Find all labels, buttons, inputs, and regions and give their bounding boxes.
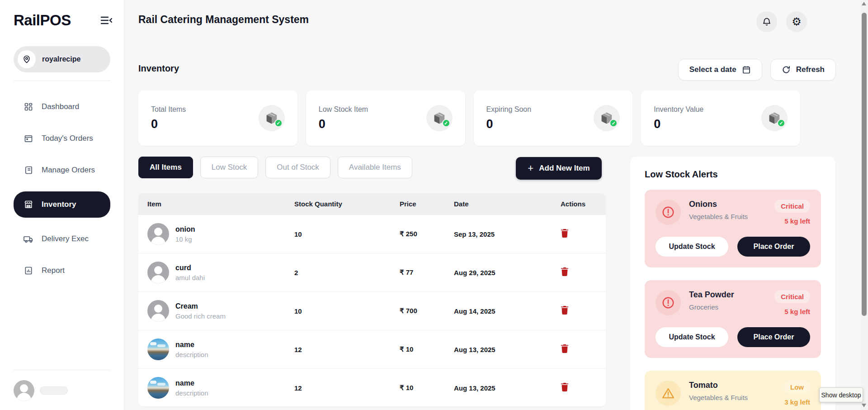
- stock-quantity: 10: [294, 230, 400, 238]
- alert-name: Tea Powder: [689, 290, 734, 300]
- calendar-icon: [24, 134, 33, 143]
- check-badge-icon: ✓: [777, 119, 785, 127]
- price: ₹ 10: [400, 345, 454, 353]
- table-row: onion 10 kg 10 ₹ 250 Sep 13, 2025: [138, 215, 606, 253]
- price: ₹ 700: [400, 307, 454, 315]
- table-row: curd amul dahi 2 ₹ 77 Aug 29, 2025: [138, 253, 606, 291]
- check-badge-icon: ✓: [442, 119, 450, 127]
- sidebar-item-todays-orders[interactable]: Today's Orders: [14, 128, 110, 149]
- add-new-item-button[interactable]: + Add New Item: [516, 157, 602, 180]
- critical-alert-icon: [656, 290, 681, 315]
- scrollbar-thumb[interactable]: [862, 13, 867, 316]
- dashboard-icon: [24, 102, 33, 111]
- select-date-button[interactable]: Select a date: [678, 59, 762, 81]
- alerts-title: Low Stock Alerts: [645, 169, 821, 180]
- stat-label: Low Stock Item: [319, 105, 368, 114]
- stock-quantity: 2: [294, 269, 400, 277]
- sidebar-nav: Dashboard Today's Orders Manage Orders: [14, 96, 110, 281]
- settings-button[interactable]: ⚙: [786, 11, 807, 32]
- price: ₹ 77: [400, 268, 454, 277]
- item-description: 10 kg: [175, 235, 195, 243]
- stat-value: 0: [486, 117, 532, 131]
- delete-button[interactable]: [561, 267, 569, 276]
- date: Sep 13, 2025: [454, 230, 548, 238]
- filters-row: All Items Low Stock Out of Stock Availab…: [138, 157, 412, 178]
- update-stock-button[interactable]: Update Stock: [656, 327, 728, 347]
- item-name: Cream: [175, 302, 226, 310]
- place-order-button[interactable]: Place Order: [737, 237, 810, 257]
- sidebar-item-dashboard[interactable]: Dashboard: [14, 96, 110, 117]
- item-name: curd: [175, 264, 205, 272]
- scrollbar[interactable]: [860, 0, 868, 410]
- sidebar: RailPOS royalrecipe Dashboard: [0, 0, 124, 410]
- user-avatar: [14, 380, 34, 401]
- sidebar-collapse-icon[interactable]: [100, 15, 112, 25]
- outlet-selector[interactable]: royalrecipe: [14, 46, 110, 72]
- filter-out-of-stock[interactable]: Out of Stock: [265, 157, 330, 178]
- item-name: name: [175, 379, 208, 387]
- item-name: onion: [175, 225, 195, 234]
- delete-button[interactable]: [561, 305, 569, 315]
- date: Aug 29, 2025: [454, 269, 548, 277]
- item-description: description: [175, 389, 208, 397]
- date: Aug 13, 2025: [454, 384, 548, 392]
- column-header-date: Date: [454, 200, 548, 208]
- refresh-button[interactable]: Refresh: [770, 59, 836, 81]
- scroll-up-arrow-icon[interactable]: [862, 2, 866, 5]
- stat-value: 0: [151, 117, 186, 131]
- sidebar-item-label: Delivery Exec: [42, 234, 89, 243]
- section-heading: Inventory: [138, 63, 179, 74]
- package-icon: ✓: [594, 105, 620, 131]
- filter-all-items[interactable]: All Items: [138, 157, 193, 178]
- outlet-name: royalrecipe: [42, 55, 80, 63]
- update-stock-button[interactable]: Update Stock: [656, 237, 728, 257]
- sidebar-item-label: Today's Orders: [42, 134, 93, 143]
- low-stock-alerts-panel: Low Stock Alerts Onions Vegetables & Fru…: [630, 157, 835, 410]
- item-avatar: [147, 262, 169, 283]
- item-description: description: [175, 351, 208, 358]
- bell-icon: [762, 17, 772, 27]
- alert-category: Groceries: [689, 303, 734, 311]
- delete-button[interactable]: [561, 229, 569, 238]
- add-new-item-label: Add New Item: [539, 164, 590, 173]
- delete-button[interactable]: [561, 344, 569, 353]
- stat-card-low-stock: Low Stock Item 0 ✓: [306, 91, 465, 146]
- store-icon: [24, 200, 33, 209]
- package-icon: ✓: [259, 105, 285, 131]
- location-pin-icon: [18, 50, 36, 68]
- notifications-button[interactable]: [756, 11, 777, 32]
- select-date-label: Select a date: [689, 65, 736, 74]
- severity-badge: Critical: [774, 290, 810, 303]
- table-row: name description 12 ₹ 10 Aug 13, 2025: [138, 330, 606, 368]
- stat-value: 0: [319, 117, 368, 131]
- stat-card-total-items: Total Items 0 ✓: [138, 91, 297, 146]
- stock-quantity: 10: [294, 307, 400, 315]
- quantity-left: 5 kg left: [774, 308, 810, 315]
- sidebar-item-label: Manage Orders: [42, 166, 95, 175]
- date: Aug 13, 2025: [454, 346, 548, 353]
- stock-quantity: 12: [294, 346, 400, 353]
- filter-low-stock[interactable]: Low Stock: [200, 157, 258, 178]
- app-logo: RailPOS: [14, 12, 71, 29]
- stat-value: 0: [654, 117, 703, 131]
- scroll-down-arrow-icon[interactable]: [862, 404, 866, 407]
- filter-available-items[interactable]: Available Items: [338, 157, 412, 178]
- item-description: amul dahi: [175, 274, 205, 281]
- quantity-left: 3 kg left: [784, 398, 810, 406]
- item-photo: [147, 377, 169, 399]
- username-skeleton: [40, 386, 68, 395]
- sidebar-item-delivery-exec[interactable]: Delivery Exec: [14, 229, 110, 249]
- sidebar-item-report[interactable]: Report: [14, 260, 110, 281]
- warning-triangle-icon: [656, 381, 681, 406]
- sidebar-item-manage-orders[interactable]: Manage Orders: [14, 160, 110, 181]
- user-profile[interactable]: [14, 380, 110, 401]
- place-order-button[interactable]: Place Order: [737, 327, 810, 347]
- stock-quantity: 12: [294, 384, 400, 392]
- stats-row: Total Items 0 ✓ Low Stock Item 0 ✓ Expir…: [138, 91, 800, 146]
- item-name: name: [175, 341, 208, 349]
- plus-icon: +: [528, 162, 533, 174]
- delete-button[interactable]: [561, 382, 569, 391]
- sidebar-item-inventory[interactable]: Inventory: [14, 191, 110, 218]
- alert-name: Tomato: [689, 381, 748, 390]
- stat-label: Inventory Value: [654, 105, 703, 114]
